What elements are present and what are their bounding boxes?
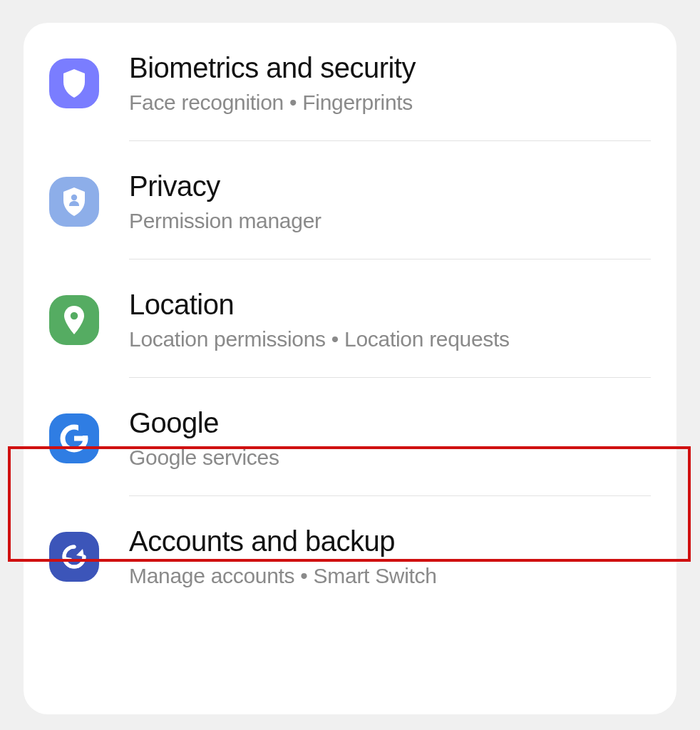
settings-item-privacy[interactable]: Privacy Permission manager [24, 141, 676, 259]
settings-item-text: Location Location permissions • Location… [129, 288, 510, 352]
settings-item-title: Google [129, 406, 279, 439]
settings-item-text: Google Google services [129, 406, 279, 471]
svg-point-0 [71, 195, 77, 200]
settings-item-subtitle: Google services [129, 445, 279, 471]
svg-point-1 [71, 312, 78, 319]
google-g-icon [49, 413, 99, 463]
svg-rect-3 [74, 436, 88, 441]
location-pin-icon [49, 295, 99, 345]
settings-item-subtitle: Permission manager [129, 208, 321, 234]
settings-item-subtitle: Manage accounts • Smart Switch [129, 563, 437, 589]
settings-panel: Biometrics and security Face recognition… [24, 23, 676, 714]
settings-item-text: Biometrics and security Face recognition… [129, 51, 416, 115]
settings-item-title: Location [129, 288, 510, 321]
settings-item-location[interactable]: Location Location permissions • Location… [24, 259, 676, 378]
settings-item-subtitle: Location permissions • Location requests [129, 327, 510, 352]
settings-item-text: Privacy Permission manager [129, 170, 321, 234]
settings-item-google[interactable]: Google Google services [24, 378, 676, 496]
settings-item-title: Accounts and backup [129, 525, 437, 557]
shield-icon [49, 58, 99, 108]
privacy-shield-icon [49, 177, 99, 227]
settings-item-title: Privacy [129, 170, 321, 202]
sync-icon [49, 532, 99, 582]
settings-item-accounts-backup[interactable]: Accounts and backup Manage accounts • Sm… [24, 496, 676, 596]
settings-item-text: Accounts and backup Manage accounts • Sm… [129, 525, 437, 589]
svg-rect-4 [78, 425, 90, 436]
settings-item-title: Biometrics and security [129, 51, 416, 84]
settings-item-subtitle: Face recognition • Fingerprints [129, 90, 416, 115]
settings-item-biometrics-security[interactable]: Biometrics and security Face recognition… [24, 23, 676, 141]
